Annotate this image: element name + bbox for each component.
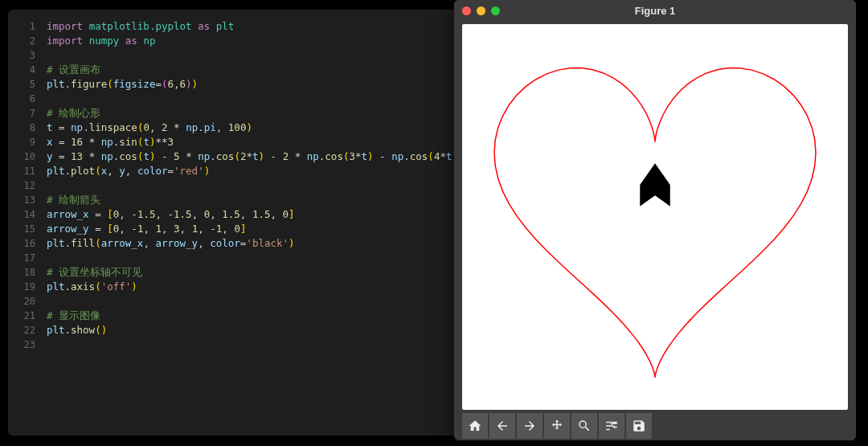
line-number: 16 <box>8 236 35 251</box>
code-line[interactable]: plt.axis('off') <box>47 280 458 294</box>
line-number: 8 <box>8 121 35 135</box>
line-number: 18 <box>8 265 35 280</box>
matplotlib-toolbar <box>462 413 848 439</box>
line-number: 20 <box>8 294 35 309</box>
line-number: 23 <box>8 338 35 352</box>
heart-plot <box>462 24 848 410</box>
window-titlebar: Figure 1 <box>454 0 856 21</box>
code-editor[interactable]: 1234567891011121314151617181920212223 im… <box>8 10 458 436</box>
code-line[interactable]: plt.fill(arrow_x, arrow_y, color='black'… <box>47 236 458 251</box>
line-number: 3 <box>8 48 35 63</box>
code-line[interactable]: arrow_x = [0, -1.5, -1.5, 0, 1.5, 1.5, 0… <box>47 207 458 222</box>
code-line[interactable]: # 绘制箭头 <box>47 193 458 207</box>
code-line[interactable]: t = np.linspace(0, 2 * np.pi, 100) <box>47 121 458 135</box>
line-number: 5 <box>8 77 35 92</box>
code-line[interactable]: # 绘制心形 <box>47 106 458 121</box>
arrow-shape <box>640 163 670 206</box>
code-line[interactable] <box>47 251 458 265</box>
code-line[interactable]: import numpy as np <box>47 34 458 48</box>
zoom-button[interactable] <box>571 413 597 439</box>
line-number: 13 <box>8 193 35 207</box>
code-line[interactable]: import matplotlib.pyplot as plt <box>47 19 458 34</box>
line-number: 9 <box>8 135 35 149</box>
code-line[interactable]: # 设置画布 <box>47 63 458 77</box>
forward-button[interactable] <box>517 413 542 439</box>
line-number: 6 <box>8 92 35 106</box>
line-number: 2 <box>8 34 35 48</box>
line-number: 14 <box>8 207 35 222</box>
code-line[interactable] <box>47 294 458 309</box>
code-line[interactable] <box>47 178 458 193</box>
code-line[interactable]: arrow_y = [0, -1, 1, 3, 1, -1, 0] <box>47 222 458 236</box>
pan-button[interactable] <box>544 413 570 439</box>
line-number-gutter: 1234567891011121314151617181920212223 <box>8 10 42 436</box>
save-button[interactable] <box>626 413 652 439</box>
line-number: 4 <box>8 63 35 77</box>
window-title: Figure 1 <box>454 5 856 17</box>
line-number: 19 <box>8 280 35 294</box>
code-line[interactable] <box>47 338 458 352</box>
line-number: 21 <box>8 309 35 323</box>
plot-canvas <box>462 24 848 410</box>
code-line[interactable]: # 设置坐标轴不可见 <box>47 265 458 280</box>
code-line[interactable] <box>47 92 458 106</box>
line-number: 22 <box>8 323 35 338</box>
line-number: 1 <box>8 19 35 34</box>
code-area[interactable]: import matplotlib.pyplot as pltimport nu… <box>42 10 458 436</box>
home-button[interactable] <box>462 413 488 439</box>
line-number: 15 <box>8 222 35 236</box>
line-number: 11 <box>8 164 35 178</box>
heart-curve <box>494 68 816 378</box>
code-line[interactable]: plt.plot(x, y, color='red') <box>47 164 458 178</box>
line-number: 7 <box>8 106 35 121</box>
line-number: 17 <box>8 251 35 265</box>
code-line[interactable]: # 显示图像 <box>47 309 458 323</box>
code-line[interactable]: y = 13 * np.cos(t) - 5 * np.cos(2*t) - 2… <box>47 149 458 164</box>
back-button[interactable] <box>489 413 515 439</box>
line-number: 10 <box>8 149 35 164</box>
code-line[interactable]: x = 16 * np.sin(t)**3 <box>47 135 458 149</box>
configure-button[interactable] <box>599 413 624 439</box>
code-line[interactable]: plt.figure(figsize=(6,6)) <box>47 77 458 92</box>
code-line[interactable]: plt.show() <box>47 323 458 338</box>
matplotlib-window: Figure 1 <box>454 0 856 440</box>
code-line[interactable] <box>47 48 458 63</box>
line-number: 12 <box>8 178 35 193</box>
